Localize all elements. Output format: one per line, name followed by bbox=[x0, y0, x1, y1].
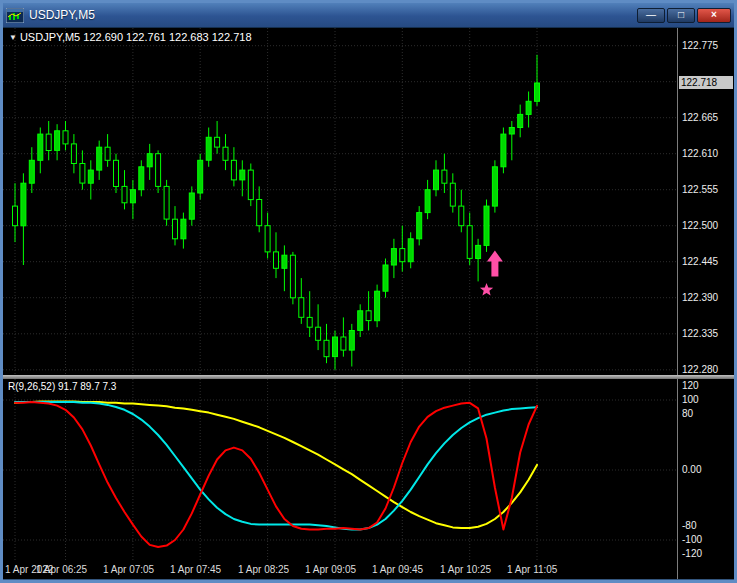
chart-content: ▼USDJPY,M5 122.690 122.761 122.683 122.7… bbox=[3, 28, 734, 579]
time-axis-label: 1 Apr 07:45 bbox=[170, 564, 221, 575]
app-icon bbox=[6, 8, 24, 23]
price-axis-label: 122.500 bbox=[682, 220, 718, 231]
ohlc-readout: USDJPY,M5 122.690 122.761 122.683 122.71… bbox=[20, 31, 252, 43]
indicator-axis-label: 120 bbox=[682, 380, 699, 391]
price-axis-label: 122.555 bbox=[682, 184, 718, 195]
price-axis-label: 122.445 bbox=[682, 256, 718, 267]
indicator-row: R(9,26,52) 91.7 89.7 7.3 120100800.00-80… bbox=[3, 379, 734, 562]
time-axis-label: 1 Apr 10:25 bbox=[440, 564, 491, 575]
candlestick-chart[interactable]: ▼USDJPY,M5 122.690 122.761 122.683 122.7… bbox=[3, 28, 677, 375]
indicator-axis-label: 80 bbox=[682, 408, 693, 419]
indicator-axis-label: -80 bbox=[682, 520, 696, 531]
chevron-down-icon[interactable]: ▼ bbox=[9, 33, 17, 42]
main-chart-row: ▼USDJPY,M5 122.690 122.761 122.683 122.7… bbox=[3, 28, 734, 375]
close-button[interactable]: × bbox=[697, 8, 731, 23]
time-axis[interactable]: 1 Apr 20221 Apr 06:251 Apr 07:051 Apr 07… bbox=[3, 562, 677, 579]
time-axis-label: 1 Apr 08:25 bbox=[238, 564, 289, 575]
price-axis-label: 122.665 bbox=[682, 112, 718, 123]
indicator-axis-label: -120 bbox=[682, 548, 702, 559]
cyan-line bbox=[15, 402, 537, 529]
maximize-button[interactable]: □ bbox=[667, 8, 695, 23]
indicator-axis-label: -100 bbox=[682, 534, 702, 545]
indicator-axis-label: 100 bbox=[682, 394, 699, 405]
indicator-axis[interactable]: 120100800.00-80-100-120 bbox=[677, 379, 734, 562]
indicator-axis-label: 0.00 bbox=[682, 464, 701, 475]
price-axis-label: 122.280 bbox=[682, 364, 718, 375]
price-axis-label: 122.775 bbox=[682, 40, 718, 51]
window-controls: — □ × bbox=[635, 8, 731, 23]
indicator-pane[interactable]: R(9,26,52) 91.7 89.7 7.3 bbox=[3, 379, 677, 562]
yellow-line bbox=[15, 401, 537, 528]
time-axis-label: 1 Apr 06:25 bbox=[36, 564, 87, 575]
window-titlebar[interactable]: USDJPY,M5 — □ × bbox=[3, 3, 734, 28]
application-window: USDJPY,M5 — □ × ▼USDJPY,M5 122.690 122.7… bbox=[0, 0, 737, 583]
minimize-button[interactable]: — bbox=[637, 8, 665, 23]
price-axis-label: 122.390 bbox=[682, 292, 718, 303]
time-axis-label: 1 Apr 09:05 bbox=[305, 564, 356, 575]
current-price-box: 122.718 bbox=[679, 76, 733, 89]
chart-info-line[interactable]: ▼USDJPY,M5 122.690 122.761 122.683 122.7… bbox=[9, 31, 252, 43]
time-axis-label: 1 Apr 09:45 bbox=[372, 564, 423, 575]
price-axis-label: 122.335 bbox=[682, 328, 718, 339]
price-axis[interactable]: 122.775122.665122.610122.555122.500122.4… bbox=[677, 28, 734, 375]
time-axis-row: 1 Apr 20221 Apr 06:251 Apr 07:051 Apr 07… bbox=[3, 562, 734, 579]
axis-corner bbox=[677, 562, 734, 579]
price-axis-label: 122.610 bbox=[682, 148, 718, 159]
window-title: USDJPY,M5 bbox=[29, 8, 635, 22]
time-axis-label: 1 Apr 07:05 bbox=[103, 564, 154, 575]
indicator-label: R(9,26,52) 91.7 89.7 7.3 bbox=[8, 381, 116, 392]
time-axis-label: 1 Apr 11:05 bbox=[507, 564, 557, 575]
